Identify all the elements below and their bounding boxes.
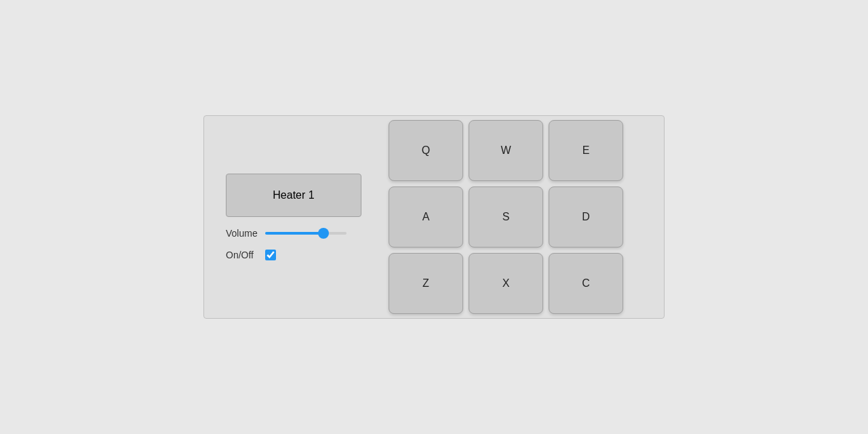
- key-e[interactable]: E: [549, 120, 623, 181]
- keyboard-grid: Q W E A S D Z X C: [389, 120, 623, 314]
- volume-label: Volume: [226, 228, 260, 239]
- main-panel: Heater 1 Volume On/Off Q W E A S D Z X C: [203, 115, 665, 319]
- key-z[interactable]: Z: [389, 253, 463, 314]
- key-q[interactable]: Q: [389, 120, 463, 181]
- volume-slider[interactable]: [265, 232, 347, 235]
- onoff-checkbox[interactable]: [265, 250, 276, 260]
- key-d[interactable]: D: [549, 186, 623, 248]
- key-s[interactable]: S: [469, 186, 543, 248]
- heater-button[interactable]: Heater 1: [226, 174, 361, 217]
- key-a[interactable]: A: [389, 186, 463, 248]
- key-x[interactable]: X: [469, 253, 543, 314]
- onoff-label: On/Off: [226, 250, 260, 260]
- left-section: Heater 1 Volume On/Off: [226, 174, 361, 260]
- key-w[interactable]: W: [469, 120, 543, 181]
- volume-row: Volume: [226, 228, 347, 239]
- key-c[interactable]: C: [549, 253, 623, 314]
- onoff-row: On/Off: [226, 250, 276, 260]
